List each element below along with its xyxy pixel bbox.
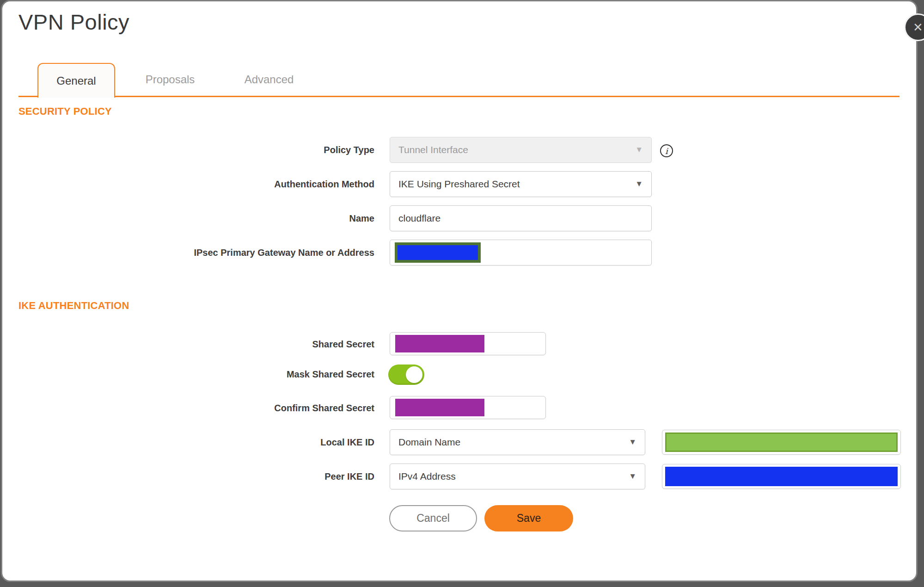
ike-authentication-heading: IKE AUTHENTICATION [18,300,129,312]
confirm-shared-secret-label: Confirm Shared Secret [134,403,374,414]
close-icon: ✕ [913,20,923,35]
peer-ike-id-label: Peer IKE ID [134,471,374,482]
peer-ike-id-type-value: IPv4 Address [398,471,456,482]
cancel-button-label: Cancel [416,512,450,525]
tab-proposals[interactable]: Proposals [131,63,209,96]
name-label: Name [134,213,374,224]
authentication-method-select[interactable]: IKE Using Preshared Secret ▼ [390,171,652,197]
name-input[interactable] [390,205,652,231]
local-ike-id-redaction-block [665,433,898,452]
ipsec-primary-gateway-label: IPsec Primary Gateway Name or Address [134,247,374,258]
peer-ike-id-value-input[interactable] [662,464,901,489]
policy-type-label: Policy Type [134,145,374,155]
info-icon-glyph: i [665,146,668,156]
save-button-label: Save [517,512,541,525]
vpn-policy-modal: VPN Policy ✕ General Proposals Advanced … [0,0,924,587]
tab-general-label: General [56,74,96,87]
peer-ike-id-redaction-block [665,467,898,486]
authentication-method-label: Authentication Method [134,179,374,190]
chevron-down-icon: ▼ [635,145,643,154]
tab-advanced-label: Advanced [245,73,294,86]
policy-type-value: Tunnel Interface [398,144,468,155]
shared-secret-input[interactable] [390,332,546,355]
shared-secret-label: Shared Secret [134,339,374,350]
authentication-method-value: IKE Using Preshared Secret [398,179,520,190]
local-ike-id-select[interactable]: Domain Name ▼ [390,429,645,455]
dialog-title: VPN Policy [18,9,129,35]
local-ike-id-type-value: Domain Name [398,437,460,448]
save-button[interactable]: Save [484,505,573,531]
security-policy-heading: SECURITY POLICY [18,105,112,117]
tab-advanced[interactable]: Advanced [230,63,308,96]
ipsec-primary-gateway-input[interactable] [390,240,652,266]
tab-proposals-label: Proposals [146,73,195,86]
tab-general[interactable]: General [37,63,115,98]
mask-shared-secret-label: Mask Shared Secret [134,369,374,380]
cancel-button[interactable]: Cancel [389,505,477,531]
local-ike-id-label: Local IKE ID [134,437,374,448]
chevron-down-icon: ▼ [629,438,636,447]
info-icon[interactable]: i [660,144,673,157]
toggle-knob [406,366,422,383]
mask-shared-secret-toggle[interactable] [388,365,424,385]
chevron-down-icon: ▼ [629,472,636,481]
local-ike-id-value-input[interactable] [662,430,901,455]
chevron-down-icon: ▼ [635,179,643,189]
policy-type-select: Tunnel Interface ▼ [390,137,652,163]
peer-ike-id-select[interactable]: IPv4 Address ▼ [390,463,645,489]
confirm-shared-secret-input[interactable] [390,396,546,419]
